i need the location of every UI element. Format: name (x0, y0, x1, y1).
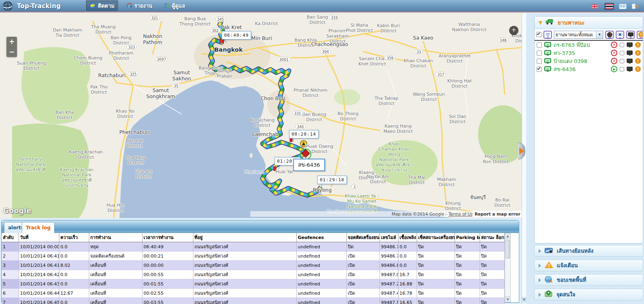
vehicle-checkbox[interactable] (537, 67, 542, 72)
table-cell: undefined (296, 270, 346, 279)
vehicle-row[interactable]: ทว-3735 (535, 49, 643, 57)
sidebar-panel-poi[interactable]: จุดสนใจ (534, 289, 643, 300)
select-all-checkbox[interactable] (536, 32, 541, 37)
profile-card-icon[interactable] (619, 4, 627, 9)
vehicle-follow-checkbox[interactable] (620, 67, 624, 71)
warning-filter-icon[interactable] (637, 31, 643, 39)
table-cell: ปิด (417, 270, 455, 279)
vehicle-screen-icon[interactable] (627, 42, 633, 48)
nav-item-reports[interactable]: รายงาน (123, 0, 156, 12)
vehicle-row[interactable]: ป้ายแดง 0398 (535, 57, 643, 65)
table-cell: ถนนจรัญสนิทวงศ์ (193, 289, 296, 298)
scroll-thumb[interactable] (506, 240, 510, 258)
sidebar-panel-history-route[interactable]: เส้นทางย้อนหลัง (534, 245, 643, 257)
table-row[interactable]: 1 10/01/2014 00:00:29 0.0 หยุด 06:40:49 … (2, 242, 504, 252)
wifi-filter-icon[interactable] (543, 31, 552, 39)
scroll-up-icon[interactable]: ▲ (505, 233, 510, 239)
map-zoom-out-button[interactable]: − (6, 47, 17, 57)
vehicle-alert-icon[interactable] (635, 58, 641, 64)
tab-track-log[interactable]: Track log (22, 222, 55, 233)
vehicle-follow-checkbox[interactable] (620, 59, 624, 63)
vehicle-status-icon[interactable] (611, 42, 617, 48)
vehicle-row[interactable]: ถร-6763 พี่ป๊อป (535, 41, 643, 49)
table-row[interactable]: 7 10/01/2014 06:45:34 0.0 เคลื่อนที่ 00:… (2, 298, 504, 304)
map-place-label: Khao Chakan District (404, 59, 433, 69)
scroll-down-icon[interactable]: ▼ (505, 296, 510, 302)
table-cell: เปิด (346, 261, 380, 270)
scrollbar-down-arrow-icon[interactable]: ▼ (522, 297, 526, 302)
map-canvas[interactable]: Bang Bua Thong District Ka District Ban … (0, 13, 523, 218)
google-logo: Google (3, 207, 31, 215)
vehicle-alert-icon[interactable] (635, 50, 641, 56)
content-scrollbar[interactable]: ▼ (522, 13, 526, 303)
table-header-cell[interactable]: เช็คสถานะเครื่องยนต์ (417, 233, 455, 242)
table-row[interactable]: 5 10/01/2014 06:43:34 0.0 เคลื่อนที่ 00:… (2, 279, 504, 289)
vehicle-filter-select[interactable]: ยานพาหนะทั้งหมด ▼ (554, 31, 603, 39)
table-header-cell[interactable]: จอดติดเครื่องยนต์ (346, 233, 380, 242)
sidebar-panel-alerts[interactable]: แจ้งเตือน (534, 260, 643, 271)
table-row[interactable]: 6 10/01/2014 06:44:34 12.67 เคลื่อนที่ 0… (2, 289, 504, 298)
map-overlay-button[interactable]: + (509, 26, 518, 35)
vehicle-row[interactable]: สข-6436 (535, 65, 643, 73)
table-cell: 2 (2, 252, 19, 261)
vehicle-status-icon[interactable] (611, 50, 617, 56)
monitor-filter-icon[interactable] (626, 31, 635, 39)
vehicle-monitor-icon (544, 66, 551, 72)
vehicle-name: ป้ายแดง 0398 (554, 57, 608, 65)
terms-of-use-link[interactable]: Terms of Use (449, 212, 476, 216)
sidebar-panel-geofence[interactable]: ขอบเขตพื้นที่ (534, 274, 643, 286)
table-row[interactable]: 3 10/01/2014 06:41:39 8.02 เคลื่อนที่ 00… (2, 261, 504, 270)
panel-collapse-icon[interactable]: ▼ (539, 20, 542, 25)
vehicle-checkbox[interactable] (537, 50, 542, 56)
lang-en-flag-icon[interactable] (590, 3, 600, 10)
table-row[interactable]: 4 10/01/2014 06:42:34 0.0 เคลื่อนที่ 00:… (2, 270, 504, 279)
vehicle-status-icon[interactable] (611, 66, 617, 72)
track-log-table: ลำดับ วันที่ ความเร็ว การทำงาน เวลาการทำ… (2, 233, 505, 304)
table-header-cell[interactable]: เชื้อเพลิง (398, 233, 417, 242)
vehicle-alert-icon[interactable] (635, 66, 641, 72)
nav-item-admin[interactable]: ผู้ดูแล (160, 0, 189, 12)
vehicle-checkbox[interactable] (537, 59, 542, 64)
table-cell: เคลื่อนที่ (89, 261, 142, 270)
dashboard-filter-icon[interactable] (605, 31, 614, 39)
table-cell: undefined (296, 289, 346, 298)
table-cell: ปิด (455, 279, 480, 289)
dropdown-arrow-icon[interactable]: ▼ (596, 31, 603, 38)
vehicle-screen-icon[interactable] (627, 59, 633, 64)
vehicle-name: ทว-3735 (554, 49, 608, 57)
logout-icon[interactable] (631, 3, 639, 9)
vehicles-panel-header[interactable]: ▼ ยานพาหนะ (535, 17, 643, 29)
vehicle-screen-icon[interactable] (627, 50, 633, 56)
map-place-label: Khlung District (445, 201, 461, 212)
table-scrollbar[interactable]: ▲ ▼ (505, 233, 511, 302)
table-header-cell[interactable]: Geofences (296, 233, 346, 242)
map-zoom-in-button[interactable]: + (6, 37, 17, 47)
truck-icon (545, 19, 554, 27)
vehicle-follow-checkbox[interactable] (620, 43, 624, 47)
vehicle-alert-icon[interactable] (635, 42, 641, 48)
eye-filter-icon[interactable] (616, 31, 624, 39)
track-time-label: 01:29:18 (317, 176, 347, 184)
table-header-cell[interactable]: เลขไมล์ (380, 233, 398, 242)
report-map-error-link[interactable]: Report a map error (472, 211, 522, 217)
table-header-cell[interactable]: Parking brake (455, 233, 480, 242)
table-row[interactable]: 2 10/01/2014 06:41:18 0.0 จอดติดเครื่องย… (2, 252, 504, 261)
table-header-cell[interactable]: ลำดับ (2, 233, 19, 242)
table-header-cell[interactable]: สถานะ ล็อก (480, 233, 504, 242)
vehicle-screen-icon[interactable] (627, 67, 633, 72)
table-cell: ปิด (480, 289, 504, 298)
vehicle-status-icon[interactable] (611, 58, 617, 64)
table-header-cell[interactable]: ความเร็ว (59, 233, 89, 242)
table-cell: ปิด (480, 261, 504, 270)
vehicle-follow-checkbox[interactable] (620, 51, 624, 55)
nav-item-tracking[interactable]: ติดตาม (86, 0, 118, 12)
map-place-label: Suan Phueng District (17, 61, 46, 71)
table-header-cell[interactable]: เวลาการทำงาน (142, 233, 193, 242)
table-header-cell[interactable]: การทำงาน (89, 233, 142, 242)
vehicle-checkbox[interactable] (537, 42, 542, 48)
table-header-cell[interactable]: ที่อยู่ (193, 233, 296, 242)
track-time-label: 00:20:14 (289, 130, 319, 138)
lang-th-flag-icon[interactable] (604, 3, 614, 10)
table-header-cell[interactable]: วันที่ (19, 233, 59, 242)
collapse-arrow-icon (519, 147, 524, 155)
